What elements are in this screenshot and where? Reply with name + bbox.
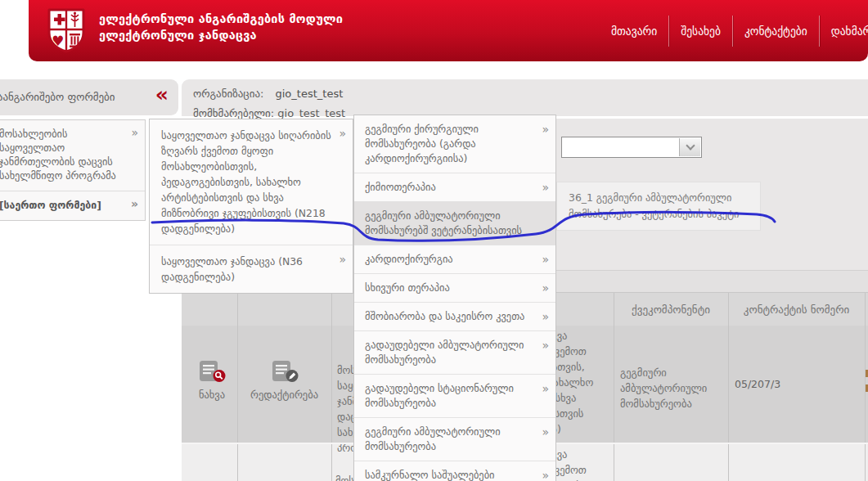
chevron-right-icon: » <box>542 381 549 396</box>
menu-item-n218[interactable]: საყოველთაო ჯანდაცვა სიღარიბის ზღვარს ქვე… <box>150 119 353 245</box>
view-button[interactable]: ნახვა <box>187 360 237 401</box>
sidebar-item-state-program[interactable]: მოსახლეობის საყოველთაო ჯანმრთელობის დაცვ… <box>0 120 145 191</box>
menu-item-n36[interactable]: საყოველთაო ჯანდაცვა (N36 დადგენილება) » <box>150 245 353 293</box>
menu-item-label: მშობიარობა და საკეისრო კვეთა <box>365 310 524 322</box>
flyout-menu-level3: გეგმიური ქირურგიული მომსახურეობა (გარდა … <box>353 115 556 481</box>
menu-item-emergency-ambulatory[interactable]: გადაუდებელი ამბულატორიული მომსახურეობა » <box>354 330 555 374</box>
chevron-right-icon: » <box>131 126 138 140</box>
header-nav: მთავარი შესახებ კონტაქტები დახმარება <box>600 0 868 61</box>
chevron-right-icon: » <box>131 197 138 211</box>
menu-item-label: საყოველთაო ჯანდაცვა სიღარიბის ზღვარს ქვე… <box>161 129 331 235</box>
chevron-right-icon: » <box>339 252 346 267</box>
chevron-right-icon: » <box>542 468 549 481</box>
column-divider <box>237 293 238 481</box>
sidebar-item-common-forms[interactable]: [საერთო ფორმები] » <box>0 191 145 220</box>
flyout-menu-level2: საყოველთაო ჯანდაცვა სიღარიბის ზღვარს ქვე… <box>149 119 353 294</box>
menu-item-label: კარდიოქირურგია <box>365 253 453 265</box>
view-document-icon <box>198 360 226 383</box>
nav-item-about[interactable]: შესახებ <box>669 25 732 38</box>
chevron-right-icon: » <box>542 338 549 353</box>
menu-item-radiotherapy[interactable]: სხივური თერაპია » <box>354 273 555 302</box>
menu-item-label: გეგმიური ქირურგიული მომსახურეობა (გარდა … <box>365 123 479 164</box>
menu-item-label: ქიმიოთერაპია <box>365 181 436 193</box>
view-label: ნახვა <box>187 389 237 401</box>
menu-item-label: სამკურნალო საშუალებები <box>365 469 495 481</box>
chevron-right-icon: » <box>339 126 346 142</box>
column-header-subcomponent[interactable]: ქვეკომპონენტი <box>614 303 728 316</box>
sidebar-menu: მოსახლეობის საყოველთაო ჯანმრთელობის დაცვ… <box>0 119 146 221</box>
organization-value: gio_test_test <box>276 88 344 100</box>
menu-item-planned-ambulatory[interactable]: გეგმიური ამბულატორიული მომსახურეობა » <box>354 417 555 461</box>
menu-item-36-1-veterans-package[interactable]: 36_1 გეგმიური ამბულატორიული მომსახურება … <box>556 182 761 231</box>
dropdown-button[interactable] <box>679 138 700 156</box>
nav-item-contacts[interactable]: კონტაქტები <box>733 25 819 38</box>
sidebar-title: საანგარიშებო ფორმები <box>0 91 115 103</box>
menu-item-medicines[interactable]: სამკურნალო საშუალებები » <box>354 461 555 481</box>
menu-item-label: გადაუდებელი ამბულატორიული მომსახურეობა <box>365 339 524 366</box>
sidebar-item-label: მოსახლეობის საყოველთაო ჯანმრთელობის დაცვ… <box>0 128 116 182</box>
edit-button[interactable]: რედაქტირება <box>241 360 327 401</box>
sidebar-item-label: [საერთო ფორმები] <box>0 200 101 211</box>
chevron-down-icon <box>686 141 695 150</box>
user-label: მომხმარებელი: <box>193 107 274 119</box>
menu-item-label: სხივური თერაპია <box>365 281 450 294</box>
filter-dropdown[interactable] <box>561 137 702 158</box>
page: ორგანიზაცია:gio_test_test მომხმარებელი: … <box>0 0 868 481</box>
organization-label: ორგანიზაცია: <box>193 88 264 100</box>
app-title-line2: ელექტრონული ჯანდაცვა <box>99 29 257 42</box>
collapse-sidebar-button[interactable]: « <box>155 83 169 106</box>
menu-item-veterans-ambulatory[interactable]: გეგმიური ამბულატორიული მომსახურებშ ვეტერ… <box>354 201 555 245</box>
chevron-right-icon: » <box>542 252 549 267</box>
menu-item-label: გეგმიური ამბულატორიული მომსახურეობა <box>365 425 501 452</box>
user-line: მომხმარებელი: gio_test_test <box>193 107 345 119</box>
menu-item-childbirth[interactable]: მშობიარობა და საკეისრო კვეთა » <box>354 302 555 330</box>
menu-item-emergency-stationary[interactable]: გადაუდებელი სტაციონარული მომსახურეობა » <box>354 374 555 417</box>
chevron-right-icon: » <box>542 122 549 137</box>
column-divider <box>331 293 332 481</box>
user-value: gio_test_test <box>277 107 345 119</box>
menu-item-label: გადაუდებელი სტაციონარული მომსახურეობა <box>365 382 514 409</box>
cell-contract: 05/207/3 <box>735 376 857 392</box>
column-header-contract[interactable]: კონტრაქტის ნომერი <box>728 303 865 316</box>
organization-line: ორგანიზაცია:gio_test_test <box>193 88 343 100</box>
sidebar-header: საანგარიშებო ფორმები « <box>0 79 178 115</box>
edit-label: რედაქტირება <box>241 389 327 401</box>
nav-item-home[interactable]: მთავარი <box>600 25 668 38</box>
nav-item-help[interactable]: დახმარება <box>820 25 868 38</box>
svg-text:♥: ♥ <box>52 33 64 49</box>
cell-subcomponent: გეგმიური ამბულატორიული მომსახურეობა <box>620 365 720 411</box>
column-divider <box>728 293 729 481</box>
column-divider <box>614 293 614 481</box>
health-ministry-logo: ♥ <box>46 7 87 54</box>
app-title-line1: ელექტრონული ანგარიშგების მოდული <box>99 12 343 25</box>
menu-item-label: გეგმიური ამბულატორიული მომსახურებშ ვეტერ… <box>365 209 522 236</box>
chevron-right-icon: » <box>542 281 549 295</box>
menu-item-chemotherapy[interactable]: ქიმიოთერაპია » <box>354 173 555 201</box>
chevron-right-icon: » <box>542 309 549 324</box>
menu-item-label: საყოველთაო ჯანდაცვა (N36 დადგენილება) <box>161 255 303 283</box>
edit-document-icon <box>271 360 299 383</box>
menu-item-cardiosurgery[interactable]: კარდიოქირურგია » <box>354 245 555 273</box>
chevron-right-icon: » <box>542 180 549 195</box>
menu-item-planned-surgery[interactable]: გეგმიური ქირურგიული მომსახურეობა (გარდა … <box>354 115 555 173</box>
chevron-right-icon: » <box>542 425 549 439</box>
